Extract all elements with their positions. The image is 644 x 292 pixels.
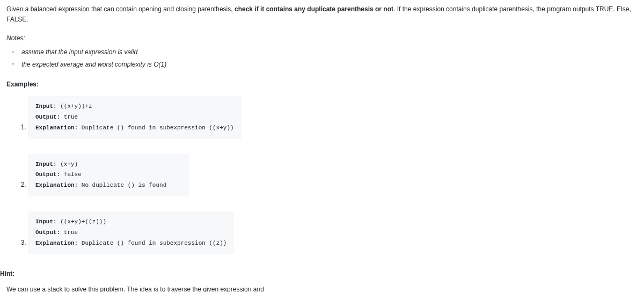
examples-heading: Examples:: [6, 79, 638, 90]
example-item: Input: ((x+y)+((z)))Output: trueExplanat…: [28, 211, 638, 254]
notes-heading: Notes:: [6, 33, 638, 43]
example-item: Input: (x+y)Output: falseExplanation: No…: [28, 154, 638, 196]
example-code-block: Input: ((x+y))+zOutput: trueExplanation:…: [28, 96, 241, 138]
hint-heading: Hint:: [0, 269, 638, 279]
notes-item: the expected average and worst complexit…: [21, 60, 638, 70]
example-code-block: Input: ((x+y)+((z)))Output: trueExplanat…: [28, 211, 234, 254]
hint-intro: We can use a stack to solve this problem…: [6, 284, 638, 292]
problem-intro: Given a balanced expression that can con…: [6, 4, 638, 25]
intro-pre: Given a balanced expression that can con…: [6, 5, 235, 13]
intro-bold: check if it contains any duplicate paren…: [235, 5, 393, 13]
example-item: Input: ((x+y))+zOutput: trueExplanation:…: [28, 96, 638, 138]
notes-list: assume that the input expression is vali…: [6, 47, 638, 70]
notes-item: assume that the input expression is vali…: [21, 47, 638, 57]
example-code-block: Input: (x+y)Output: falseExplanation: No…: [28, 154, 189, 196]
examples-list: Input: ((x+y))+zOutput: trueExplanation:…: [6, 96, 638, 254]
